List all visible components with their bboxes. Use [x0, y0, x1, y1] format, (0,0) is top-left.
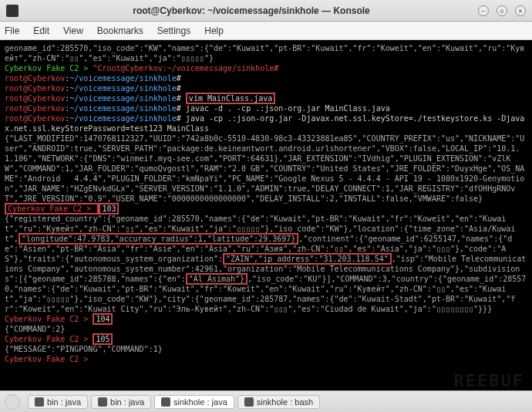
prompt-path: ~/voicemessage/sinkhole — [69, 94, 176, 103]
prompt-user: root@Cyberkov — [5, 74, 65, 83]
maximize-button[interactable]: ◇ — [497, 5, 507, 16]
tab-label: bin : java — [110, 397, 144, 407]
isp-ip: "ZAIN","ip_address":"31.203.118.54" — [223, 253, 392, 265]
geo-location: "longitude":47.9783,"accuracy_radius":1,… — [19, 233, 298, 245]
interrupt: ^Croot@Cyberkov:~/voicemessage/sinkhole# — [93, 64, 278, 73]
app-icon — [6, 5, 19, 17]
fake-c2-prompt: Cyberkov Fake C2 > — [5, 355, 93, 363]
tab-bin-java-2[interactable]: bin : java — [91, 395, 151, 409]
prompt-path: ~/voicemessage/sinkhole — [69, 74, 176, 83]
menubar: File Edit View Bookmarks Settings Help — [0, 22, 532, 40]
close-button[interactable]: ✕ — [515, 5, 526, 16]
tab-sinkhole-java[interactable]: sinkhole : java — [154, 395, 234, 409]
counter-104: 104 — [93, 313, 113, 325]
city-asimah: "Al Asimah"} — [186, 273, 247, 285]
counter-103: 103 — [99, 203, 119, 214]
prompt-user: root@Cyberkov — [5, 104, 65, 113]
prompt-path: ~/voicemessage/sinkhole — [69, 114, 176, 123]
tab-sinkhole-bash[interactable]: sinkhole : bash — [237, 395, 320, 409]
prompt-user: root@Cyberkov — [5, 84, 65, 93]
cmd-javac: javac -d . -cp .:json-org.jar MainClass.… — [186, 104, 390, 113]
tab-label: bin : java — [47, 397, 81, 407]
prompt-hash: # — [177, 104, 181, 113]
tab-bar: bin : java bin : java sinkhole : java si… — [0, 390, 532, 412]
terminal-icon — [98, 397, 107, 407]
menu-edit[interactable]: Edit — [33, 25, 49, 36]
watermark: REEBUF — [454, 376, 524, 386]
prompt-hash: # — [177, 94, 181, 103]
terminal-icon — [35, 397, 44, 407]
prompt-user: root@Cyberkov — [5, 114, 65, 123]
menu-help[interactable]: Help — [204, 25, 224, 36]
prompt-hash: # — [177, 114, 181, 123]
menu-view[interactable]: View — [63, 25, 83, 36]
fake-c2-prompt: Cyberkov Fake C2 > — [8, 204, 96, 213]
fake-c2-prompt: Cyberkov Fake C2 > — [5, 335, 93, 343]
terminal-output[interactable]: geoname_id":285570,"iso_code":"KW","name… — [0, 40, 532, 390]
counter-105: 105 — [93, 333, 113, 345]
titlebar: root@Cyberkov: ~/voicemessage/sinkhole —… — [0, 0, 532, 22]
fake-c2-prompt: Cyberkov Fake C2 > — [5, 64, 93, 73]
minimize-button[interactable]: – — [478, 5, 489, 16]
output-line: geoname_id":285570,"iso_code":"KW","name… — [5, 44, 524, 62]
terminal-icon — [161, 397, 170, 407]
prompt-hash: # — [177, 84, 181, 93]
json-output-4: {"MESSAGE":"PINGPONG","COMMAND":1} — [5, 345, 163, 353]
cmd-vim: vim MainClass.java — [186, 93, 275, 104]
json-output-3: {"COMMAND":2} — [5, 325, 65, 333]
menu-settings[interactable]: Settings — [157, 25, 190, 36]
tab-label: sinkhole : bash — [257, 397, 313, 407]
tab-bin-java-1[interactable]: bin : java — [28, 395, 88, 409]
new-tab-button[interactable] — [5, 394, 20, 410]
json-output-1: {"LAST_MODIFIED":1470768112327,"UUID":"7… — [5, 134, 524, 203]
prompt-path: ~/voicemessage/sinkhole — [69, 104, 176, 113]
menu-bookmarks[interactable]: Bookmarks — [97, 25, 143, 36]
prompt-hash: # — [177, 74, 181, 83]
tab-label: sinkhole : java — [173, 397, 227, 407]
prompt-path: ~/voicemessage/sinkhole — [69, 84, 176, 93]
prompt-user: root@Cyberkov — [5, 94, 65, 103]
terminal-icon — [244, 397, 254, 407]
menu-file[interactable]: File — [5, 25, 19, 36]
window-title: root@Cyberkov: ~/voicemessage/sinkhole —… — [25, 5, 478, 16]
fake-c2-prompt: Cyberkov Fake C2 > — [5, 315, 93, 323]
